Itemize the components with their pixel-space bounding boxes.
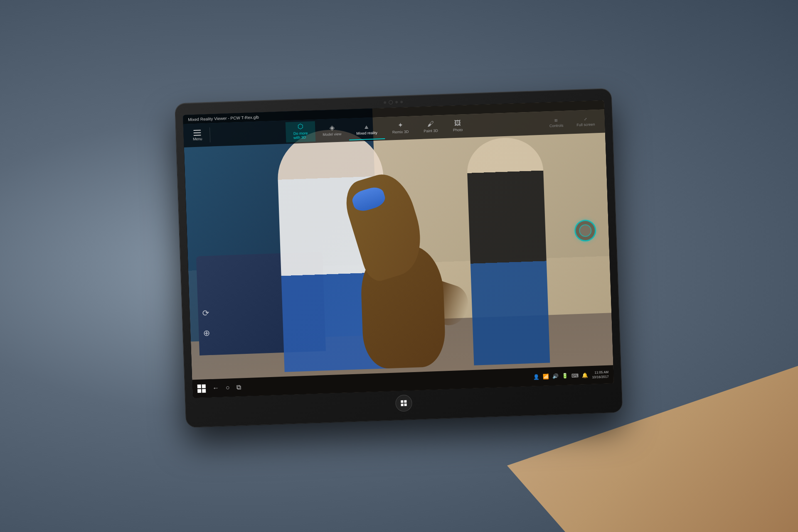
menu-button[interactable]: Menu	[188, 127, 207, 143]
taskbar-right: 👤 📶 🔊 🔋 ⌨ 🔔 11:05 AM 10/16/2017	[533, 370, 609, 382]
screen-content: ⟳ ⊕ Mixed Reality Viewer - PCW T-Rex.glb…	[183, 100, 614, 398]
dino-sunglasses	[350, 184, 387, 213]
task-view-button[interactable]: ⧉	[236, 383, 241, 391]
tab-mixed-reality[interactable]: ⟁ Mixed reality	[348, 118, 385, 140]
tablet-home-button[interactable]	[395, 395, 412, 412]
scale-icon[interactable]: ⊕	[203, 327, 217, 341]
remix-3d-icon: ✦	[397, 121, 403, 128]
time-display: 11:05 AM	[594, 370, 608, 375]
sensor-dot-3	[400, 101, 403, 103]
fullscreen-label: Full screen	[576, 122, 595, 127]
tab-paint-3d-label: Paint 3D	[424, 128, 438, 133]
model-view-icon: ◈	[329, 124, 335, 130]
tablet-device: ⟳ ⊕ Mixed Reality Viewer - PCW T-Rex.glb…	[175, 88, 623, 427]
controls-icon: ⊞	[554, 118, 558, 122]
paint-3d-icon: 🖌	[427, 120, 434, 127]
tab-do-more-label: Do morewith 3D	[293, 130, 308, 139]
person-icon: 👤	[533, 374, 539, 380]
photo-icon: 🖼	[454, 120, 461, 127]
fullscreen-icon: ⤢	[584, 117, 587, 121]
camera-btn-inner	[579, 224, 591, 237]
search-cortana-button[interactable]: ○	[226, 384, 230, 391]
mixed-reality-icon: ⟁	[365, 123, 369, 129]
fullscreen-button[interactable]: ⤢ Full screen	[571, 115, 600, 128]
date-display: 10/16/2017	[592, 374, 608, 380]
person-right	[466, 136, 550, 365]
system-tray-icons: 👤 📶 🔊 🔋 ⌨ 🔔	[533, 372, 588, 380]
battery-icon: 🔋	[562, 373, 568, 379]
tab-do-more[interactable]: ⬡ Do morewith 3D	[286, 121, 315, 142]
trex-ar-model	[345, 162, 470, 370]
clock: 11:05 AM 10/16/2017	[592, 370, 609, 380]
tab-remix-3d-label: Remix 3D	[392, 129, 409, 134]
volume-icon: 🔊	[552, 373, 558, 379]
tab-model-view-label: Model view	[323, 132, 341, 137]
tablet-screen: ⟳ ⊕ Mixed Reality Viewer - PCW T-Rex.glb…	[183, 100, 614, 398]
tab-mixed-reality-label: Mixed reality	[356, 130, 377, 135]
tab-photo[interactable]: 🖼 Photo	[445, 115, 470, 137]
windows-start-button[interactable]	[197, 384, 206, 393]
network-icon: 📶	[542, 373, 549, 380]
left-controls-panel: ⟳ ⊕	[202, 307, 217, 341]
hamburger-icon	[193, 129, 201, 135]
home-windows-icon	[401, 400, 406, 406]
sensor-dot	[384, 101, 386, 103]
toolbar-right: ⊞ Controls ⤢ Full screen	[544, 115, 600, 130]
tablet-camera-area	[384, 100, 403, 105]
sensor-dot-2	[395, 101, 398, 103]
controls-label: Controls	[549, 123, 564, 127]
back-button[interactable]: ←	[212, 384, 219, 392]
tab-photo-label: Photo	[453, 127, 463, 132]
keyboard-icon: ⌨	[571, 373, 578, 379]
tab-model-view[interactable]: ◈ Model view	[315, 120, 349, 141]
tab-remix-3d[interactable]: ✦ Remix 3D	[384, 117, 416, 139]
window-title: Mixed Reality Viewer - PCW T-Rex.glb	[188, 115, 259, 122]
notification-icon: 🔔	[581, 372, 588, 378]
tablet-body: ⟳ ⊕ Mixed Reality Viewer - PCW T-Rex.glb…	[175, 88, 623, 427]
rotate-icon[interactable]: ⟳	[202, 307, 216, 321]
taskbar-left: ← ○ ⧉	[197, 383, 241, 393]
menu-label: Menu	[193, 136, 202, 141]
tab-paint-3d[interactable]: 🖌 Paint 3D	[416, 116, 446, 137]
do-more-icon: ⬡	[297, 123, 303, 130]
controls-button[interactable]: ⊞ Controls	[544, 116, 569, 130]
front-camera	[389, 100, 393, 104]
toolbar-separator	[209, 127, 210, 142]
